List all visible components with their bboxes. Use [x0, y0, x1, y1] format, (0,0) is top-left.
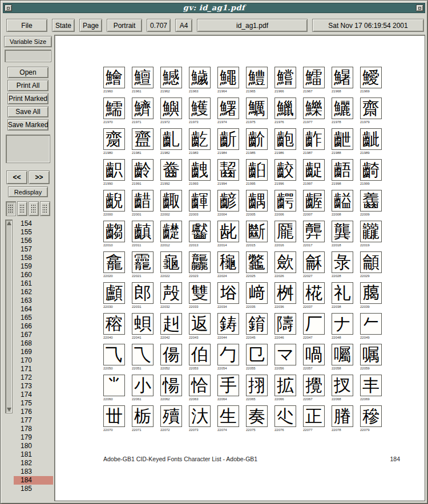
glyph-cell: 齾 22013 [189, 221, 211, 247]
page-list-item[interactable]: 180 [14, 442, 53, 450]
layout-toggle-4[interactable] [40, 201, 50, 216]
glyph-cell: 正 22077 [303, 405, 325, 432]
glyph-cell: 齬 21998 [332, 159, 353, 186]
page-list-item[interactable]: 159 [14, 262, 53, 271]
page-list-item[interactable]: 156 [14, 237, 53, 245]
titlebar: gv: id_ag1.pdf [3, 3, 425, 13]
page-list-item[interactable]: 168 [14, 339, 53, 348]
cjk-glyph: 鱯 [191, 100, 208, 117]
page-menu-button[interactable]: Page [79, 19, 102, 32]
state-menu-button[interactable]: State [52, 19, 75, 32]
file-menu-button[interactable]: File [6, 19, 47, 32]
glyph-box: 齳 [189, 190, 211, 212]
save-marked-button[interactable]: Save Marked [7, 119, 49, 131]
page-list-item[interactable]: 165 [14, 314, 53, 322]
page-list-item[interactable]: 175 [14, 399, 53, 408]
glyph-box: 恰 [189, 375, 211, 396]
page-list-item[interactable]: 179 [14, 433, 53, 442]
cjk-glyph: 膡 [334, 408, 351, 425]
cid-number: 22037 [303, 304, 325, 309]
glyph-cell: 齯 22000 [103, 190, 125, 217]
page-list-item[interactable]: 162 [14, 288, 53, 296]
cjk-glyph: 歛 [277, 254, 294, 271]
page-list-item[interactable]: 183 [14, 468, 53, 476]
paper-size-button[interactable]: A4 [175, 19, 192, 32]
filename-display[interactable]: id_ag1.pdf [197, 19, 308, 32]
cjk-glyph: 斷 [248, 223, 265, 240]
cjk-glyph: 桝 [277, 284, 294, 302]
open-button[interactable]: Open [7, 67, 49, 78]
glyph-cell: 齡 21991 [132, 159, 154, 186]
cid-number: 22016 [274, 243, 296, 247]
page-list-item[interactable]: 181 [14, 450, 53, 459]
cjk-glyph: 齘 [248, 131, 265, 148]
glyph-box: 鱯 [189, 97, 211, 119]
cid-number: 22046 [274, 335, 296, 340]
cjk-glyph: 龖 [362, 223, 379, 240]
cid-number: 21969 [360, 89, 382, 94]
glyph-cell: 攪 22067 [303, 375, 325, 401]
cid-number: 22072 [160, 428, 182, 432]
page-list-item[interactable]: 177 [14, 416, 53, 425]
cjk-glyph: 龕 [106, 254, 123, 271]
page-list-item[interactable]: 155 [14, 228, 53, 237]
page-locator-panel[interactable] [6, 135, 50, 163]
window-menu-button[interactable] [5, 5, 12, 11]
cjk-glyph: 齕 [191, 131, 208, 148]
page-list-item[interactable]: 157 [14, 245, 53, 254]
glyph-box: 齘 [246, 128, 268, 150]
layout-toggle-3[interactable] [29, 201, 39, 216]
glyph-box: 鱣 [132, 67, 154, 88]
layout-toggle-2[interactable] [17, 201, 27, 216]
window-iconify-icon [418, 7, 421, 10]
cid-number: 22078 [332, 428, 353, 432]
page-list-item[interactable]: 161 [14, 279, 53, 288]
cjk-glyph: 顱 [106, 284, 123, 302]
page-list-item[interactable]: 167 [14, 331, 53, 339]
page-list-item[interactable]: 166 [14, 322, 53, 331]
page-list-item[interactable]: 154 [14, 220, 53, 228]
print-marked-button[interactable]: Print Marked [7, 93, 49, 104]
variable-size-button[interactable]: Variable Size [4, 36, 52, 47]
page-list-item[interactable]: 158 [14, 254, 53, 262]
page-list-item[interactable]: 184 [14, 476, 53, 485]
cid-number: 22021 [132, 274, 154, 278]
save-all-button[interactable]: Save All [7, 106, 49, 117]
page-list-item[interactable]: 169 [14, 348, 53, 356]
glyph-cell: 齪 21997 [303, 159, 325, 186]
page-list-item[interactable]: 178 [14, 425, 53, 433]
page-list-item[interactable]: 176 [14, 408, 53, 416]
page-list-item[interactable]: 171 [14, 365, 53, 373]
glyph-box: 龏 [303, 221, 325, 242]
prev-page-button[interactable]: << [6, 170, 27, 184]
cid-number: 22076 [274, 428, 296, 432]
page-list-item[interactable]: 164 [14, 305, 53, 314]
cjk-glyph: 齸 [334, 192, 351, 209]
page-list-item[interactable]: 163 [14, 296, 53, 305]
page-list-item[interactable]: 170 [14, 356, 53, 365]
scroll-up-icon[interactable] [7, 221, 11, 225]
page-list-item[interactable]: 185 [14, 485, 53, 493]
page-list-item[interactable]: 182 [14, 459, 53, 468]
scroll-down-icon[interactable] [7, 408, 11, 412]
orientation-button[interactable]: Portrait [107, 19, 142, 32]
window-iconify-button[interactable] [416, 5, 423, 11]
glyph-cell: 隯 22046 [274, 313, 296, 340]
scale-button[interactable]: 0.707 [147, 19, 171, 32]
document-viewport[interactable]: 鱠 21960 鱣 21961 鱤 21962 鱥 21963 鱦 21964 … [54, 35, 425, 501]
glyph-box: 殸 [160, 282, 182, 304]
next-page-button[interactable]: >> [29, 170, 50, 184]
cjk-glyph: 齋 [362, 100, 379, 117]
cjk-glyph: 厂 [305, 315, 322, 332]
redisplay-button[interactable]: Redisplay [8, 186, 48, 197]
page-list-item[interactable]: 173 [14, 382, 53, 391]
page-list-scrollbar[interactable] [5, 220, 13, 413]
glyph-box: 穃 [103, 313, 125, 335]
cjk-glyph: 鱤 [163, 69, 180, 86]
page-list-item[interactable]: 174 [14, 391, 53, 399]
layout-toggle-1[interactable] [6, 201, 16, 216]
page-list-item[interactable]: 160 [14, 271, 53, 279]
page-list-item[interactable]: 172 [14, 373, 53, 382]
cjk-glyph: 齩 [277, 161, 294, 178]
print-all-button[interactable]: Print All [7, 80, 49, 91]
